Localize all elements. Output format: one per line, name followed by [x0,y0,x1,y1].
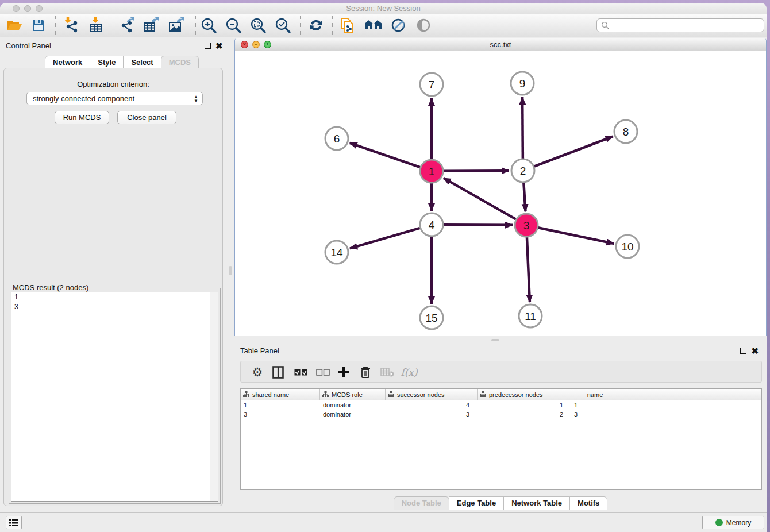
toolbar-separator [300,16,301,35]
toolbar-separator [332,16,333,35]
column-header-label: shared name [252,391,289,398]
close-panel-button[interactable]: Close panel [117,111,176,124]
float-table-panel-icon[interactable] [740,348,746,354]
zoom-selected-icon[interactable] [273,16,292,35]
tab-edge-table[interactable]: Edge Table [449,496,504,510]
select-all-columns-icon[interactable] [292,364,310,381]
network-window-title: scc.txt [235,40,766,49]
zoom-out-icon[interactable] [224,16,243,35]
table-cell[interactable]: dominator [320,411,386,418]
graph-node-label-15: 15 [425,312,437,324]
graph-edge-1-6[interactable] [350,143,420,167]
task-history-button[interactable] [6,516,22,529]
show-columns-icon[interactable] [270,364,287,381]
network-window-titlebar[interactable]: × − + scc.txt [235,38,766,52]
apply-layout-icon[interactable] [306,16,326,35]
delete-table-icon[interactable] [379,364,396,381]
column-header-shared-name[interactable]: shared name [241,389,320,400]
mcds-result-item: 3 [11,302,218,312]
memory-button[interactable]: Memory [702,516,764,529]
graph-edge-4-14[interactable] [350,228,420,248]
window-title: Session: New Session [0,4,767,13]
tab-network-table[interactable]: Network Table [503,496,570,510]
delete-column-icon[interactable] [357,364,374,381]
table-panel-buttons: ✖ [740,348,759,354]
export-table-icon[interactable] [141,16,161,35]
table-cell[interactable]: 3 [241,411,320,418]
function-builder-icon[interactable]: f(x) [401,364,418,381]
graph-edge-4-3[interactable] [444,225,513,225]
graph-edge-2-9[interactable] [522,97,523,159]
table-row[interactable]: 3dominator323 [241,410,761,419]
network-canvas[interactable]: 7968124314101511 [235,51,766,336]
search-icon [601,21,610,30]
apply-style-icon[interactable] [388,16,408,35]
export-network-icon[interactable] [117,16,137,35]
mcds-result-list[interactable]: 13 [11,292,218,502]
control-panel-buttons: ✖ [205,43,223,49]
search-input[interactable] [610,20,764,31]
unselect-all-columns-icon[interactable] [314,364,332,381]
attribute-type-icon [243,391,249,398]
graph-node-label-14: 14 [330,246,343,259]
table-panel: Table Panel ✖ ⚙ f(x) [234,342,767,513]
main-toolbar [0,14,767,37]
result-scrollbar[interactable] [210,292,218,501]
first-neighbors-icon[interactable] [363,16,383,35]
zoom-in-icon[interactable] [199,16,218,35]
optimization-criterion-label: Optimization criterion: [4,80,222,88]
table-cell[interactable]: 3 [571,411,619,418]
run-mcds-button[interactable]: Run MCDS [55,111,109,124]
criterion-dropdown[interactable]: strongly connected component ▲▼ [26,92,203,105]
table-cell[interactable]: 3 [386,411,478,418]
attribute-type-icon [480,391,486,398]
horizontal-splitter-handle[interactable] [491,339,499,341]
show-hide-icon[interactable] [414,16,433,35]
graph-edge-1-2[interactable] [444,171,509,171]
graph-edge-3-1[interactable] [444,178,516,219]
table-row[interactable]: 1dominator411 [241,400,761,410]
table-panel-title: Table Panel [240,346,279,355]
dropdown-stepper-icon: ▲▼ [194,95,198,102]
column-header-label: predecessor nodes [489,391,543,398]
table-cell[interactable]: 2 [478,411,571,418]
mcds-panel: Optimization criterion: strongly connect… [3,68,223,506]
open-session-icon[interactable] [5,16,24,35]
tab-node-table[interactable]: Node Table [394,496,449,510]
float-panel-icon[interactable] [205,43,211,49]
criterion-dropdown-value: strongly connected component [33,94,134,103]
column-header-label: successor nodes [397,391,445,398]
graph-edge-3-10[interactable] [538,228,614,244]
network-view-window: × − + scc.txt 7968124314101511 [234,38,767,336]
zoom-fit-icon[interactable] [248,16,268,35]
table-cell[interactable]: 1 [478,402,571,408]
node-table[interactable]: shared nameMCDS rolesuccessor nodesprede… [240,388,762,490]
clone-network-icon[interactable] [338,16,357,35]
tab-motifs[interactable]: Motifs [569,496,607,510]
graph-node-label-3: 3 [523,219,530,232]
close-panel-icon[interactable]: ✖ [215,43,223,49]
application-window: Session: New Session [0,3,767,532]
graph-node-label-7: 7 [429,79,435,91]
table-cell[interactable]: dominator [320,402,386,408]
graph-edge-3-11[interactable] [527,237,530,302]
column-header-predecessor-nodes[interactable]: predecessor nodes [478,389,571,400]
table-cell[interactable]: 4 [386,402,478,408]
column-header-successor-nodes[interactable]: successor nodes [386,389,478,400]
toolbar-separator [55,16,56,35]
column-header-name[interactable]: name [571,389,619,400]
export-image-icon[interactable] [167,16,186,35]
graph-edge-2-3[interactable] [523,183,525,211]
import-table-icon[interactable] [86,16,106,35]
table-cell[interactable]: 1 [571,402,619,408]
table-settings-gear-icon[interactable]: ⚙ [249,364,266,381]
column-header-MCDS-role[interactable]: MCDS role [320,389,386,400]
create-column-icon[interactable] [335,364,352,381]
graph-edge-2-8[interactable] [534,137,613,167]
table-cell[interactable]: 1 [241,402,320,408]
import-network-icon[interactable] [62,16,82,35]
save-session-icon[interactable] [29,16,48,35]
vertical-splitter-handle[interactable] [229,266,232,275]
network-graph[interactable]: 7968124314101511 [235,51,766,336]
close-table-panel-icon[interactable]: ✖ [751,348,759,354]
